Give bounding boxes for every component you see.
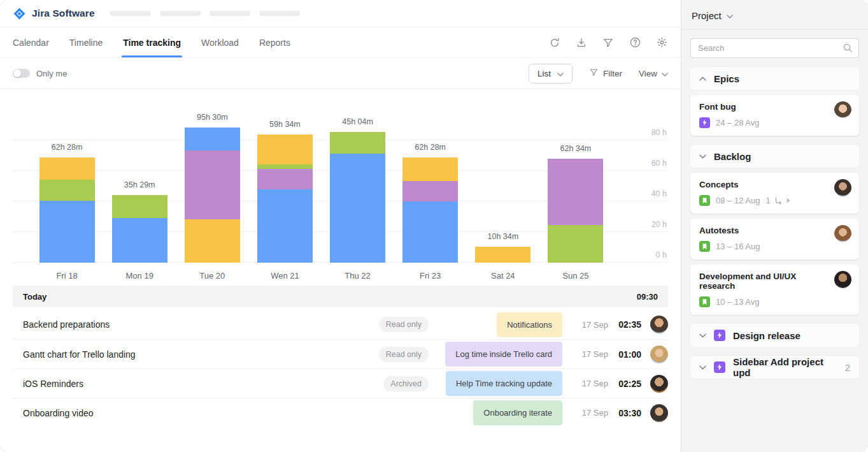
bar-segment-yellow <box>402 157 458 181</box>
view-label: View <box>639 69 657 78</box>
task-time: 01:00 <box>608 349 641 360</box>
filter-button[interactable]: Filter <box>589 68 622 79</box>
jira-diamond-icon <box>13 7 26 20</box>
jira-logo[interactable]: Jira Software <box>13 7 95 20</box>
tab-workload[interactable]: Workload <box>201 27 239 57</box>
bar-segment-green <box>257 164 313 169</box>
bar-total-label: 35h 29m <box>124 180 155 189</box>
download-icon[interactable] <box>575 36 588 49</box>
bar-total-label: 62h 28m <box>52 143 83 152</box>
top-bar: Jira Software <box>0 0 681 27</box>
avatar <box>650 375 668 393</box>
tab-reports[interactable]: Reports <box>259 27 290 57</box>
view-dropdown[interactable]: View <box>639 69 668 78</box>
story-icon <box>699 195 710 206</box>
tab-calendar[interactable]: Calendar <box>13 27 49 57</box>
settings-icon[interactable] <box>655 36 668 49</box>
issue-card-development-and-ui-ux-research[interactable]: Development and UI/UX research 10 – 13 A… <box>690 265 859 315</box>
sidebar-section-epics[interactable]: Epics <box>690 67 859 90</box>
avatar <box>650 404 668 422</box>
task-tag[interactable]: Log time inside Trello card <box>445 342 562 367</box>
nav-placeholder-group <box>110 11 300 16</box>
epic-icon <box>714 330 725 341</box>
tab-timeline[interactable]: Timeline <box>69 27 103 57</box>
section-title: Backlog <box>714 151 751 162</box>
chevron-down-icon <box>557 69 564 78</box>
chevron-icon <box>699 154 706 159</box>
bar-total-label: 10h 34m <box>487 232 518 241</box>
task-tag[interactable]: Help Time tracking update <box>446 371 562 396</box>
bar-total-label: 45h 04m <box>342 117 373 126</box>
stacked-bar <box>185 128 240 263</box>
app-title: Jira Software <box>32 8 95 19</box>
filter-label: Filter <box>603 69 622 78</box>
avatar <box>834 101 851 119</box>
bar-segment-yellow <box>257 135 313 164</box>
bar-segment-purple <box>548 159 603 225</box>
view-mode-dropdown[interactable]: List <box>529 64 573 84</box>
task-date: 17 Sep <box>562 379 608 388</box>
chart-day-column: 10h 34m Sat 24 <box>467 89 539 281</box>
chevron-icon <box>699 365 706 370</box>
chart-day-column: 59h 34m Wen 21 <box>248 89 321 281</box>
task-tag[interactable]: Notifications <box>497 312 562 337</box>
nav-placeholder <box>259 11 300 16</box>
sidebar-section-sidebar-add-project-upd[interactable]: Sidebar Add project upd 2 <box>690 356 859 379</box>
issue-card-font-bug[interactable]: Font bug 24 – 28 Avg <box>690 95 859 136</box>
stacked-bar <box>548 159 603 263</box>
status-badge: Read only <box>379 347 429 362</box>
view-mode-label: List <box>537 69 551 78</box>
section-title: Epics <box>714 73 739 84</box>
bar-segment-blue <box>330 154 385 263</box>
project-dropdown[interactable]: Project <box>681 0 868 29</box>
bar-segment-blue <box>402 201 458 263</box>
sidebar-sections: Epics Font bug 24 – 28 Avg Backlog Conce… <box>690 67 859 379</box>
task-title: Gantt chart for Trello landing <box>23 349 371 360</box>
filter-icon[interactable] <box>602 36 615 49</box>
only-me-toggle[interactable] <box>13 69 30 78</box>
nav-placeholder <box>160 11 201 16</box>
avatar <box>834 225 851 242</box>
sidebar-section-design-release[interactable]: Design release <box>690 324 859 347</box>
bar-segment-purple <box>185 150 240 219</box>
x-axis-day-label: Fri 18 <box>56 263 77 281</box>
story-icon <box>699 241 710 252</box>
task-row-backend-preparations[interactable]: Backend preparations Read only Notificat… <box>13 310 668 339</box>
issue-dates: 24 – 28 Avg <box>716 118 759 128</box>
nav-placeholder <box>110 11 151 16</box>
search-icon <box>843 43 853 55</box>
y-axis-tick-label: 40 h <box>651 189 667 198</box>
help-icon[interactable] <box>629 36 641 49</box>
tabs-bar: CalendarTimelineTime trackingWorkloadRep… <box>0 27 681 58</box>
controls-bar: Only me List Filter View <box>0 58 681 89</box>
bar-total-label: 62h 28m <box>415 143 446 152</box>
task-time: 02:35 <box>608 319 641 330</box>
story-icon <box>699 296 710 307</box>
issue-dates: 10 – 13 Avg <box>716 297 759 307</box>
search-input[interactable] <box>690 38 859 58</box>
stacked-bar <box>39 157 95 263</box>
task-list: Backend preparations Read only Notificat… <box>13 310 668 427</box>
avatar <box>650 346 668 363</box>
refresh-icon[interactable] <box>548 36 561 49</box>
task-row-gantt-chart-for-trello-landing[interactable]: Gantt chart for Trello landing Read only… <box>13 339 668 368</box>
filter-funnel-icon <box>589 68 599 79</box>
section-count: 2 <box>845 362 850 373</box>
task-row-ios-reminders[interactable]: iOS Reminders Archived Help Time trackin… <box>13 368 668 398</box>
sidebar-section-backlog[interactable]: Backlog <box>690 145 859 168</box>
stacked-bar <box>112 195 167 263</box>
issue-card-autotests[interactable]: Autotests 13 – 16 Aug <box>690 219 859 259</box>
tab-time-tracking[interactable]: Time tracking <box>123 27 181 57</box>
task-row-onboarding-video[interactable]: Onboarding video Onboarding iterate 17 S… <box>13 398 668 427</box>
bar-total-label: 59h 34m <box>269 120 301 129</box>
status-badge: Archived <box>383 376 429 391</box>
subtask-branch-icon <box>774 196 783 205</box>
issue-title: Font bug <box>699 102 850 112</box>
today-label: Today <box>23 292 46 302</box>
issue-card-concepts[interactable]: Concepts 08 – 12 Aug 1 <box>690 173 859 214</box>
epic-icon <box>699 117 710 128</box>
task-tag[interactable]: Onboarding iterate <box>473 400 562 425</box>
task-title: Backend preparations <box>23 319 371 330</box>
x-axis-day-label: Thu 22 <box>345 263 370 281</box>
subtask-count: 1 <box>765 196 770 205</box>
